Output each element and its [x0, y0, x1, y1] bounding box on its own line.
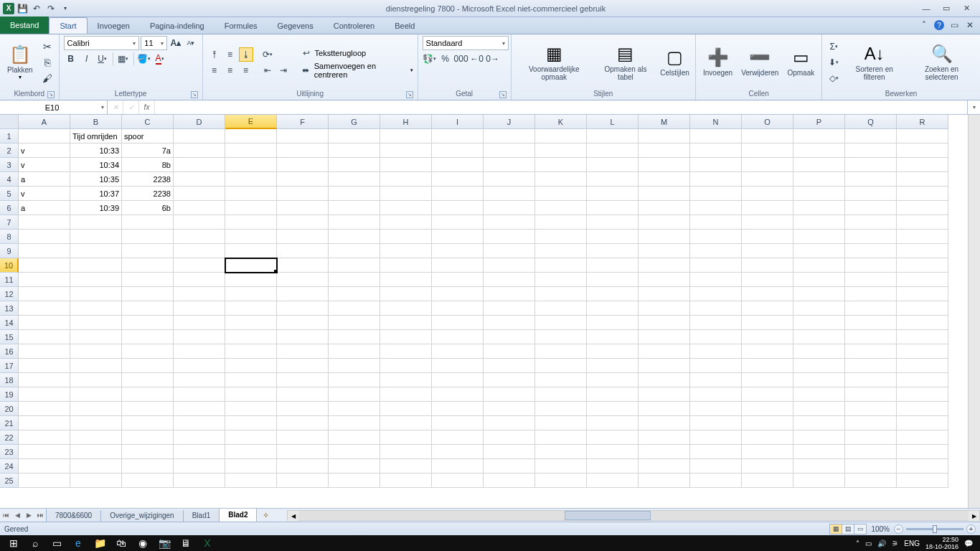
cell-G4[interactable]: [329, 172, 380, 187]
cell-K6[interactable]: [535, 201, 587, 215]
cell-A15[interactable]: [19, 330, 70, 344]
cell-C4[interactable]: 2238: [122, 172, 174, 187]
cell-K8[interactable]: [535, 230, 587, 244]
tab-controleren[interactable]: Controleren: [324, 17, 385, 34]
cell-D5[interactable]: [174, 187, 225, 201]
cell-I21[interactable]: [432, 416, 484, 430]
cell-R5[interactable]: [897, 187, 948, 201]
cell-E12[interactable]: [225, 287, 277, 301]
cell-C6[interactable]: 6b: [122, 201, 174, 215]
cell-K15[interactable]: [535, 330, 587, 344]
cell-L23[interactable]: [587, 445, 639, 459]
cell-Q16[interactable]: [845, 344, 897, 359]
cell-M5[interactable]: [639, 187, 690, 201]
start-button[interactable]: ⊞: [3, 535, 24, 551]
cell-O19[interactable]: [742, 387, 793, 402]
cell-P8[interactable]: [793, 230, 845, 244]
cell-K23[interactable]: [535, 445, 587, 459]
app-icon[interactable]: 🖥: [175, 535, 197, 551]
expand-formula-bar-icon[interactable]: ▾: [967, 100, 980, 114]
cell-J10[interactable]: [484, 258, 535, 273]
cell-I3[interactable]: [432, 158, 484, 172]
cell-O12[interactable]: [742, 287, 793, 301]
cell-Q25[interactable]: [845, 474, 897, 488]
percent-icon[interactable]: %: [438, 52, 453, 66]
cell-I8[interactable]: [432, 230, 484, 244]
cell-H3[interactable]: [380, 158, 432, 172]
orientation-icon[interactable]: ⟳▾: [260, 47, 275, 62]
cell-F18[interactable]: [277, 373, 329, 387]
wrap-text-button[interactable]: ↩Tekstterugloop: [299, 46, 413, 60]
minimize-button[interactable]: —: [917, 3, 936, 14]
scroll-left-icon[interactable]: ◀: [288, 511, 298, 522]
cell-C11[interactable]: [122, 273, 174, 287]
cell-L1[interactable]: [587, 129, 639, 143]
cell-G14[interactable]: [329, 316, 380, 330]
cell-A24[interactable]: [19, 459, 70, 474]
col-header-J[interactable]: J: [484, 115, 535, 129]
cell-G8[interactable]: [329, 230, 380, 244]
cell-R7[interactable]: [897, 215, 948, 230]
clock[interactable]: 22:50 18-10-2016: [925, 536, 958, 550]
cancel-formula-icon[interactable]: ✕: [108, 100, 123, 114]
cell-I22[interactable]: [432, 430, 484, 445]
merge-button[interactable]: ⬌Samenvoegen en centreren▾: [299, 62, 413, 79]
cell-F19[interactable]: [277, 387, 329, 402]
cell-G15[interactable]: [329, 330, 380, 344]
cell-G16[interactable]: [329, 344, 380, 359]
cell-N11[interactable]: [690, 273, 742, 287]
row-header-17[interactable]: 17: [0, 359, 19, 373]
cell-O23[interactable]: [742, 445, 793, 459]
cell-F7[interactable]: [277, 215, 329, 230]
cell-Q12[interactable]: [845, 287, 897, 301]
minimize-ribbon-icon[interactable]: ˄: [918, 19, 930, 31]
cell-L17[interactable]: [587, 359, 639, 373]
cell-B9[interactable]: [70, 244, 122, 258]
cell-N23[interactable]: [690, 445, 742, 459]
cell-R21[interactable]: [897, 416, 948, 430]
cell-R4[interactable]: [897, 172, 948, 187]
cell-G9[interactable]: [329, 244, 380, 258]
explorer-icon[interactable]: 📁: [89, 535, 110, 551]
cell-J23[interactable]: [484, 445, 535, 459]
col-header-M[interactable]: M: [639, 115, 690, 129]
cell-Q9[interactable]: [845, 244, 897, 258]
cell-J9[interactable]: [484, 244, 535, 258]
name-box[interactable]: ▾: [0, 100, 108, 114]
cell-E22[interactable]: [225, 430, 277, 445]
row-header-15[interactable]: 15: [0, 330, 19, 344]
zoom-in-icon[interactable]: +: [966, 524, 976, 534]
cell-I19[interactable]: [432, 387, 484, 402]
cell-B3[interactable]: 10:34: [70, 158, 122, 172]
cell-H19[interactable]: [380, 387, 432, 402]
cell-F22[interactable]: [277, 430, 329, 445]
cell-D24[interactable]: [174, 459, 225, 474]
cell-K4[interactable]: [535, 172, 587, 187]
cell-M21[interactable]: [639, 416, 690, 430]
cell-B6[interactable]: 10:39: [70, 201, 122, 215]
cell-L14[interactable]: [587, 316, 639, 330]
cell-R3[interactable]: [897, 158, 948, 172]
grow-font-icon[interactable]: A▴: [169, 36, 182, 50]
cell-R19[interactable]: [897, 387, 948, 402]
cell-A17[interactable]: [19, 359, 70, 373]
cell-D8[interactable]: [174, 230, 225, 244]
cell-M4[interactable]: [639, 172, 690, 187]
cell-C12[interactable]: [122, 287, 174, 301]
scroll-thumb[interactable]: [565, 511, 651, 520]
cell-O22[interactable]: [742, 430, 793, 445]
cell-H24[interactable]: [380, 459, 432, 474]
cell-N8[interactable]: [690, 230, 742, 244]
font-size-combo[interactable]: 11▾: [141, 36, 167, 50]
notifications-icon[interactable]: 💬: [964, 540, 973, 547]
cell-I15[interactable]: [432, 330, 484, 344]
cell-H7[interactable]: [380, 215, 432, 230]
cell-K3[interactable]: [535, 158, 587, 172]
cell-C1[interactable]: spoor: [122, 129, 174, 143]
cell-Q19[interactable]: [845, 387, 897, 402]
cell-O6[interactable]: [742, 201, 793, 215]
cell-G25[interactable]: [329, 474, 380, 488]
conditional-format-button[interactable]: ▦Voorwaardelijke opmaak: [516, 39, 593, 86]
cell-M17[interactable]: [639, 359, 690, 373]
align-center-icon[interactable]: ≡: [223, 63, 237, 77]
